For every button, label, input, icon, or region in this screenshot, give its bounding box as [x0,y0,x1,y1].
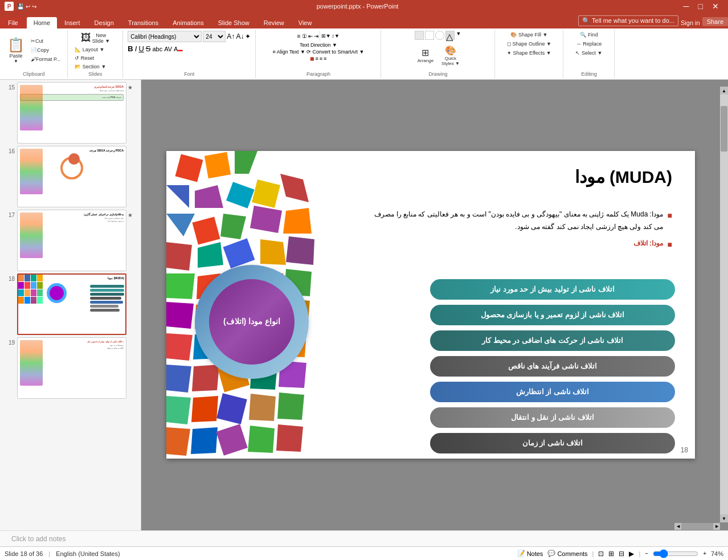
normal-view-btn[interactable]: ⊡ [598,550,604,558]
decrease-indent-btn[interactable]: ⇤ [308,33,313,39]
shape-fill-btn[interactable]: 🎨 Shape Fill ▼ [508,31,550,39]
font-size-select[interactable]: 24 [203,31,226,42]
bullets-btn[interactable]: ≡ [297,33,301,39]
canvas-scrollbar-bottom[interactable]: ◀ ▶ [674,523,720,530]
section-button[interactable]: 📂 Section ▼ [72,63,108,71]
share-btn[interactable]: Share [702,17,728,26]
slideshow-btn[interactable]: ▶ [629,550,634,558]
type-btn-7[interactable]: اتلاف ناشی از زمان [430,433,675,453]
scroll-up-btn[interactable]: ▲ [720,87,728,95]
zoom-slider[interactable] [653,549,698,558]
font-family-select[interactable]: Calibri (Headings) [128,31,202,42]
slide-thumb-18[interactable]: 18 (MUDA) مودا [2,273,138,335]
slide-img-17[interactable]: به قلام‌اندازی در اجرای عملی گاربز: متن … [17,210,126,271]
quick-styles-button[interactable]: 🎨 QuickStyles ▼ [439,41,462,70]
minimize-btn[interactable]: ─ [679,2,694,11]
shape-rect[interactable] [425,31,434,40]
tab-home[interactable]: Home [27,17,57,28]
slide-canvas[interactable]: (MUDA) مودا ■ مودا: Muda یک کلمه ژاپنی ب… [166,151,695,459]
slide-sorter-btn[interactable]: ⊞ [608,550,614,558]
tab-transitions[interactable]: Transitions [121,17,165,28]
new-slide-button[interactable]: 🖼 NewSlide ▼ [72,31,118,45]
slide-thumb-15[interactable]: 15 چرخه انتقادپذیری SDGA فرآیندهای اثربخ… [2,82,138,144]
tab-file[interactable]: File [0,17,26,28]
shape-oval[interactable] [435,31,444,40]
type-btn-4[interactable]: اتلاف ناشی فرآیند های ناقص [430,356,675,377]
notes-btn[interactable]: 📝 Notes [517,550,543,557]
align-right-btn[interactable]: ≡ [320,56,322,62]
tab-slideshow[interactable]: Slide Show [211,17,256,28]
copy-button[interactable]: 📄 Copy [28,46,63,54]
shape-outline-btn[interactable]: ◻ Shape Outline ▼ [505,40,554,48]
tab-insert[interactable]: Insert [58,17,87,28]
canvas-scrollbar-right[interactable]: ▲ ▼ [720,87,728,522]
slide-img-19[interactable]: ۱.اتلاف ناشی از تولید بیش از حدمورد نیاز… [17,337,126,399]
justify-btn[interactable]: ≡ [324,56,326,62]
replace-btn[interactable]: ↔ Replace [574,40,604,48]
layout-button[interactable]: 📐 Layout ▼ [72,46,107,54]
line-spacing-btn[interactable]: ↕▼ [332,33,340,39]
strikethrough-btn[interactable]: S [146,44,151,53]
align-center-btn[interactable]: ≡ [315,56,318,62]
group-shape-format: 🎨 Shape Fill ▼ ◻ Shape Outline ▼ ✦ Shape… [495,30,563,78]
slide-thumb-17[interactable]: 17 به قلام‌اندازی در اجرای عملی گاربز: م… [2,210,138,271]
sign-in-btn[interactable]: Sign in [681,19,700,26]
char-spacing-btn[interactable]: AV [164,46,172,52]
slide-thumb-19[interactable]: 19 ۱.اتلاف ناشی از تولید بیش از حدمورد ن… [2,337,138,399]
increase-font-btn[interactable]: A↑ [227,32,235,40]
scroll-left-btn[interactable]: ◀ [674,523,681,530]
text-shadow-btn[interactable]: abc [152,46,162,52]
decrease-font-btn[interactable]: A↓ [236,32,244,40]
slide-panel[interactable]: 15 چرخه انتقادپذیری SDGA فرآیندهای اثربخ… [0,80,141,530]
align-text-btn[interactable]: ≡ Align Text ▼ [272,49,305,55]
zoom-in-btn[interactable]: + [703,550,706,557]
select-btn[interactable]: ↖ Select ▼ [573,49,604,57]
slide-img-15[interactable]: چرخه انتقادپذیری SDGA فرآیندهای اثربخشی … [17,82,126,144]
convert-smartart-btn[interactable]: ⟳ Convert to SmartArt ▼ [306,49,364,55]
paste-button[interactable]: 📋 Paste ▼ [5,31,27,70]
scroll-down-btn[interactable]: ▼ [720,514,728,522]
scroll-right-btn[interactable]: ▶ [713,523,720,530]
type-btn-2[interactable]: اتلاف ناشی از لزوم تعمیر و یا بازسازی مح… [430,305,675,325]
scroll-thumb-h[interactable] [681,523,713,530]
slide-thumb-16[interactable]: 16 چرخه SDGA و جرخه PDCA [2,146,138,207]
tab-review[interactable]: Review [257,17,291,28]
tell-me-input[interactable]: 🔍 Tell me what you want to do... [578,15,678,26]
shape-line[interactable] [415,31,424,40]
slide-img-16[interactable]: چرخه SDGA و جرخه PDCA [17,146,126,207]
tab-design[interactable]: Design [88,17,121,28]
italic-btn[interactable]: I [135,44,137,53]
tab-view[interactable]: View [292,17,319,28]
type-btn-5[interactable]: اتلاف ناشی از انتظارش [430,382,675,402]
close-btn[interactable]: ✕ [707,2,723,11]
slide-img-18[interactable]: (MUDA) مودا [17,273,126,335]
arrange-button[interactable]: ⊞ Arrange [414,41,437,70]
shape-effects-btn[interactable]: ✦ Shape Effects ▼ [505,49,554,57]
scroll-thumb[interactable] [721,106,727,152]
font-color-btn[interactable]: A▬ [174,46,182,52]
cut-button[interactable]: ✂ Cut [28,37,63,45]
columns-btn[interactable]: ⊞▼ [321,33,331,39]
type-btn-1[interactable]: اتلاف ناشی از تولید بیش از حد مورد نیاز [430,279,675,300]
text-direction-btn[interactable]: Text Direction ▼ [300,42,337,48]
zoom-out-btn[interactable]: − [645,550,648,557]
clear-format-btn[interactable]: ✦ [245,32,251,40]
underline-btn[interactable]: U [138,44,144,53]
comments-btn[interactable]: 💬 Comments [547,550,587,557]
increase-indent-btn[interactable]: ⇥ [314,33,318,39]
tab-animations[interactable]: Animations [166,17,210,28]
shape-triangle[interactable]: △ [445,31,455,40]
format-painter-button[interactable]: 🖌 Format P... [28,55,63,63]
align-left-btn[interactable]: ◼ [310,56,314,62]
more-shapes-btn[interactable]: ▼ [456,31,461,40]
numbering-btn[interactable]: ① [302,33,307,39]
type-btn-3[interactable]: اتلاف ناشی از حرکت های اضافی در محیط کار [430,330,675,351]
group-clipboard: 📋 Paste ▼ ✂ Cut 📄 Copy 🖌 Format P... Cli… [0,30,68,78]
reading-view-btn[interactable]: ⊟ [619,550,624,558]
maximize-btn[interactable]: □ [694,2,707,11]
find-btn[interactable]: 🔍 Find [578,31,600,39]
type-btn-6[interactable]: اتلاف ناشی از نقل و انتقال [430,407,675,428]
reset-button[interactable]: ↺ Reset [72,54,96,62]
notes-area[interactable]: Click to add notes [0,530,728,546]
bold-btn[interactable]: B [128,44,133,53]
